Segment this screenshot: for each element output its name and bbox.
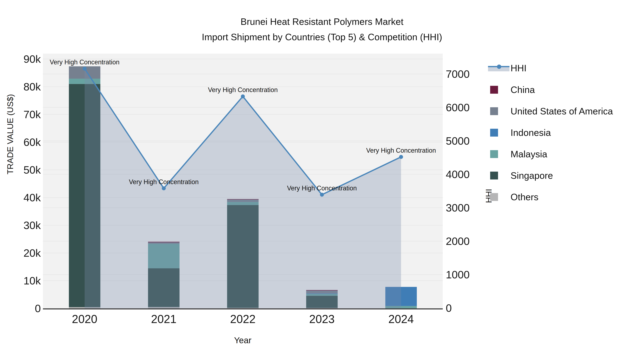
chart-title-line1: Brunei Heat Resistant Polymers Market [0, 14, 644, 29]
x-axis-tick-2024: 2024 [388, 313, 414, 326]
legend-item-others: Others [488, 191, 538, 203]
x-axis-tick-2022: 2022 [230, 313, 256, 326]
legend-label: Others [510, 192, 538, 202]
legend-label: Indonesia [510, 127, 551, 138]
left-axis-tick-50k: 50k [5, 164, 41, 176]
legend-item-singapore: Singapore [488, 169, 553, 182]
right-axis-tick-0: 0 [446, 302, 452, 314]
right-axis-tick-6000: 6000 [446, 101, 470, 114]
hhi-marker-2022 [241, 94, 245, 98]
legend-item-indonesia: Indonesia [488, 126, 551, 139]
usa-swatch-icon [490, 107, 498, 115]
hhi-marker-2020 [83, 67, 86, 71]
left-axis-tick-90k: 90k [5, 53, 41, 65]
x-axis-tick-2021: 2021 [151, 313, 176, 326]
right-axis-tick-5000: 5000 [446, 135, 470, 147]
legend-label: Singapore [510, 170, 553, 181]
legend-item-hhi: HHI [488, 62, 527, 74]
china-swatch-icon [490, 86, 498, 94]
left-axis-tick-20k: 20k [5, 247, 41, 259]
x-axis-tick-2020: 2020 [72, 313, 97, 326]
legend-label: China [510, 84, 535, 95]
x-axis-tick-2023: 2023 [309, 313, 334, 326]
right-axis-tick-1000: 1000 [446, 269, 470, 281]
right-axis-tick-7000: 7000 [446, 68, 470, 80]
figure: Brunei Heat Resistant Polymers Market Im… [0, 0, 644, 362]
chart-title: Brunei Heat Resistant Polymers Market Im… [0, 14, 644, 45]
hhi-marker-2021 [162, 186, 166, 190]
indonesia-swatch-icon [490, 129, 498, 137]
right-axis-tick-3000: 3000 [446, 202, 470, 214]
left-axis-tick-30k: 30k [5, 219, 41, 232]
legend-item-malaysia: Malaysia [488, 148, 547, 160]
left-axis-tick-10k: 10k [5, 275, 41, 287]
legend-label: United States of America [510, 106, 613, 117]
annotation-2020: Very High Concentration [50, 58, 120, 66]
left-axis-tick-60k: 60k [5, 136, 41, 148]
hhi-line-marker-icon [488, 64, 510, 72]
malaysia-swatch-icon [490, 150, 498, 158]
left-axis-tick-70k: 70k [5, 108, 41, 121]
legend-item-usa: United States of America [488, 105, 613, 117]
left-axis-tick-80k: 80k [5, 81, 41, 93]
legend-item-china: China [488, 83, 535, 96]
left-axis-tick-40k: 40k [5, 191, 41, 204]
others-swatch-icon [490, 193, 498, 201]
annotation-2023: Very High Concentration [287, 184, 357, 192]
hhi-marker-2024 [399, 155, 403, 159]
left-axis-tick-0: 0 [5, 302, 41, 315]
bottom-axis-title: Year [234, 335, 252, 345]
left-axis-title: TRADE VALUE (US$) [5, 94, 15, 174]
right-axis-tick-2000: 2000 [446, 235, 470, 247]
hhi-marker-2023 [320, 193, 324, 197]
chart-title-line2: Import Shipment by Countries (Top 5) & C… [0, 29, 644, 45]
right-axis-tick-4000: 4000 [446, 168, 470, 181]
annotation-2022: Very High Concentration [208, 86, 278, 94]
legend-label: HHI [510, 63, 527, 73]
singapore-swatch-icon [490, 172, 498, 179]
legend-label: Malaysia [510, 149, 547, 159]
annotation-2021: Very High Concentration [129, 178, 198, 186]
annotation-2024: Very High Concentration [366, 147, 436, 154]
